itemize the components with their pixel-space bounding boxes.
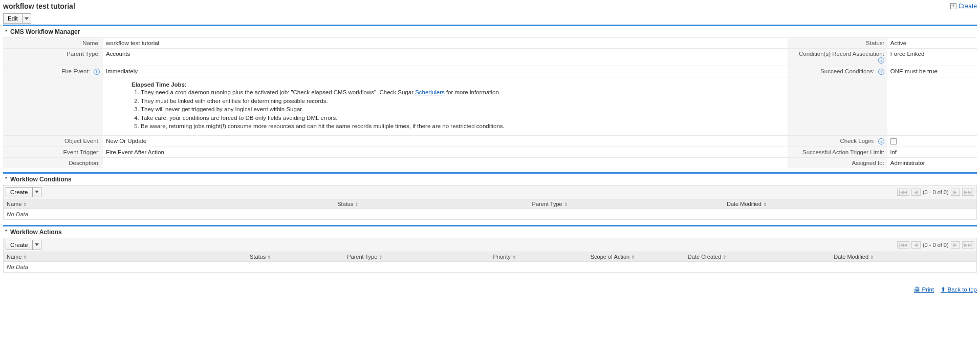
value-fire-event: Immediately <box>103 66 788 77</box>
edit-dropdown[interactable] <box>22 13 31 24</box>
label-action-limit: Successful Action Trigger Limit: <box>788 147 887 157</box>
col-name[interactable]: Name⇕ <box>4 199 335 209</box>
schedulers-link[interactable]: Schedulers <box>415 89 445 95</box>
sort-icon: ⇕ <box>267 255 271 260</box>
no-data: No Data <box>4 209 977 219</box>
sort-icon: ⇕ <box>763 202 767 207</box>
list-item: They must be linked with other entities … <box>141 97 782 106</box>
sort-icon: ⇕ <box>723 255 727 260</box>
list-item: Be aware, returning jobs might(!) consum… <box>141 122 782 131</box>
sort-icon: ⇕ <box>23 255 27 260</box>
sort-icon: ⇕ <box>564 202 568 207</box>
edit-button[interactable]: Edit <box>3 13 22 24</box>
col-parent-type[interactable]: Parent Type⇕ <box>529 199 724 209</box>
sort-icon: ⇕ <box>870 255 874 260</box>
col-priority[interactable]: Priority⇕ <box>490 252 587 262</box>
no-data: No Data <box>4 261 977 272</box>
up-arrow-icon: ⬆ <box>941 286 946 293</box>
pager-next[interactable]: ▶ <box>951 241 960 249</box>
label-parent-type: Parent Type: <box>3 49 103 66</box>
sort-icon: ⇕ <box>23 202 27 207</box>
col-name[interactable]: Name⇕ <box>4 252 247 262</box>
value-assigned: Administrator <box>887 157 977 168</box>
create-action-button[interactable]: Create <box>6 240 32 250</box>
page-title: workflow test tutorial <box>3 2 75 10</box>
col-date-created[interactable]: Date Created⇕ <box>685 252 831 262</box>
jobs-list: They need a cron daemon running plus the… <box>132 89 782 131</box>
sort-icon: ⇕ <box>631 255 635 260</box>
sort-icon: ⇕ <box>512 255 516 260</box>
label-status: Status: <box>788 38 887 49</box>
pager-prev[interactable]: ◀ <box>911 189 921 196</box>
sort-icon: ⇕ <box>355 202 359 207</box>
info-icon[interactable]: i <box>878 138 884 144</box>
pager-prev[interactable]: ◀ <box>911 241 921 249</box>
create-action-dropdown[interactable] <box>32 240 41 250</box>
plus-icon: + <box>950 3 956 9</box>
value-parent-type: Accounts <box>103 49 788 66</box>
info-icon[interactable]: i <box>878 69 884 75</box>
create-condition-dropdown[interactable] <box>32 187 41 197</box>
pager-text: (0 - 0 of 0) <box>923 242 949 248</box>
value-name: workflow test tutorial <box>103 38 788 49</box>
value-succeed-cond: ONE must be true <box>887 66 977 77</box>
pager-first[interactable]: |◀◀ <box>897 189 909 196</box>
caret-down-icon <box>25 17 29 20</box>
value-object-event: New Or Update <box>103 135 788 147</box>
col-status[interactable]: Status⇕ <box>247 252 344 262</box>
jobs-title: Elapsed Time Jobs: <box>132 81 782 88</box>
label-cond-assoc: Condition(s) Record Association: i <box>788 49 887 66</box>
col-parent-type[interactable]: Parent Type⇕ <box>344 252 490 262</box>
label-check-login: Check Login: i <box>788 135 887 147</box>
print-link[interactable]: 🖶 Print <box>914 286 934 293</box>
col-date-modified[interactable]: Date Modified⇕ <box>831 252 976 262</box>
label-event-trigger: Event Trigger: <box>3 147 103 157</box>
pager-last[interactable]: ▶▶| <box>962 189 974 196</box>
collapse-icon[interactable]: ⌃ <box>4 29 8 35</box>
label-name: Name: <box>3 38 103 49</box>
detail-view: Name: workflow test tutorial Status: Act… <box>3 37 977 168</box>
label-description: Description: <box>3 157 103 168</box>
col-scope[interactable]: Scope of Action⇕ <box>587 252 685 262</box>
info-icon[interactable]: i <box>94 69 100 75</box>
label-assigned: Assigned to: <box>788 157 887 168</box>
value-check-login <box>887 135 977 147</box>
create-condition-button[interactable]: Create <box>6 187 32 197</box>
pager: |◀◀ ◀ (0 - 0 of 0) ▶ ▶▶| <box>897 189 974 196</box>
create-link-top[interactable]: Create <box>959 3 977 10</box>
value-status: Active <box>887 38 977 49</box>
print-icon: 🖶 <box>914 286 920 293</box>
sort-icon: ⇕ <box>379 255 383 260</box>
collapse-icon[interactable]: ⌃ <box>4 176 8 182</box>
col-date-modified[interactable]: Date Modified⇕ <box>724 199 977 209</box>
pager: |◀◀ ◀ (0 - 0 of 0) ▶ ▶▶| <box>897 241 974 249</box>
info-icon[interactable]: i <box>878 57 884 64</box>
list-item: They will never get triggered by any log… <box>141 106 782 114</box>
pager-text: (0 - 0 of 0) <box>923 189 949 195</box>
list-item: They need a cron daemon running plus the… <box>141 89 782 97</box>
col-status[interactable]: Status⇕ <box>334 199 529 209</box>
section-title-conditions: Workflow Conditions <box>10 176 72 183</box>
collapse-icon[interactable]: ⌃ <box>4 229 8 235</box>
caret-down-icon <box>35 243 39 246</box>
pager-first[interactable]: |◀◀ <box>897 241 909 249</box>
pager-last[interactable]: ▶▶| <box>962 241 974 249</box>
label-succeed-cond: Succeed Conditions: i <box>788 66 887 77</box>
value-action-limit: inf <box>887 147 977 157</box>
back-to-top-link[interactable]: ⬆ Back to top <box>941 286 977 293</box>
value-event-trigger: Fire Event After Action <box>103 147 788 157</box>
list-item: Take care, your conditions are forced to… <box>141 114 782 122</box>
label-jobs-empty <box>3 77 103 136</box>
section-title-manager: CMS Workflow Manager <box>10 28 80 35</box>
pager-next[interactable]: ▶ <box>951 189 960 196</box>
caret-down-icon <box>35 191 39 193</box>
value-cond-assoc: Force Linked <box>887 49 977 66</box>
value-description <box>103 157 788 168</box>
label-fire-event: Fire Event: i <box>3 66 103 77</box>
label-object-event: Object Event: <box>3 135 103 147</box>
section-title-actions: Workflow Actions <box>10 229 62 236</box>
checkbox-unchecked <box>890 138 897 144</box>
